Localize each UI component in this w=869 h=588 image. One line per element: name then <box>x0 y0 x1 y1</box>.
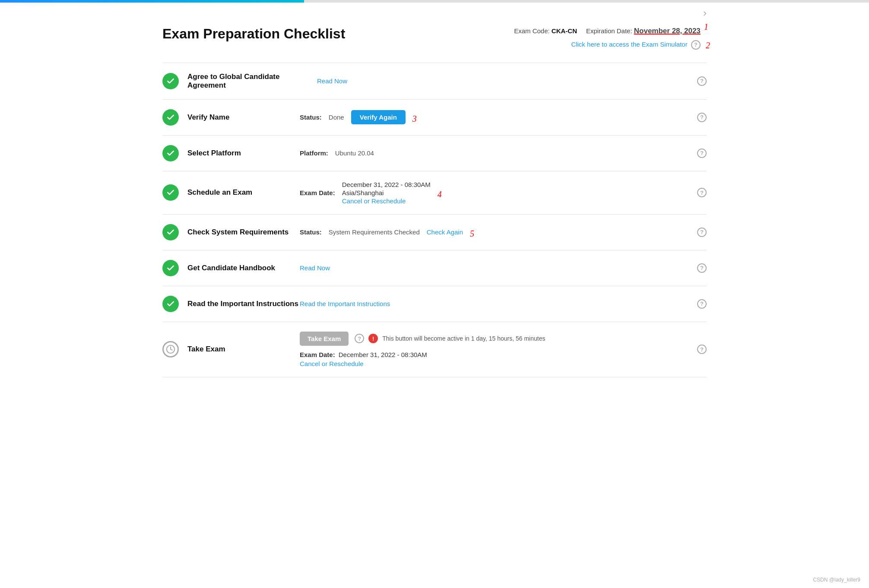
check-again-link[interactable]: Check Again <box>427 228 463 236</box>
simulator-help-icon[interactable]: ? <box>691 40 701 50</box>
schedule-exam-date-line1: December 31, 2022 - 08:30AM <box>342 181 431 188</box>
schedule-exam-date-line2: Asia/Shanghai <box>342 189 431 196</box>
take-exam-row: Take Exam ? ! This button will become ac… <box>300 332 545 367</box>
checklist-item-verify-name: Verify Name Status: Done Verify Again 3 … <box>162 100 707 136</box>
help-icon-agree[interactable]: ? <box>697 76 707 86</box>
checklist-item-instructions: Read the Important Instructions Read the… <box>162 286 707 322</box>
item-content-system: Status: System Requirements Checked Chec… <box>300 227 695 237</box>
annotation-1: 1 <box>704 22 708 32</box>
checklist: Agree to Global Candidate Agreement Read… <box>162 63 707 377</box>
take-exam-date-row: Exam Date: December 31, 2022 - 08:30AM <box>300 351 545 358</box>
check-icon-agree <box>162 73 179 89</box>
check-icon-system <box>162 224 179 240</box>
item-title-instructions: Read the Important Instructions <box>187 300 300 308</box>
item-title-agree: Agree to Global Candidate Agreement <box>187 73 317 90</box>
next-arrow-icon[interactable]: › <box>703 7 707 19</box>
verify-again-button[interactable]: Verify Again <box>351 110 406 124</box>
item-title-verify: Verify Name <box>187 113 300 122</box>
exam-code-label: Exam Code: <box>514 27 550 35</box>
expiration-label: Expiration Date: <box>586 27 632 35</box>
take-exam-date-label: Exam Date: <box>300 351 335 358</box>
help-icon-platform[interactable]: ? <box>697 149 707 158</box>
annotation-5: 5 <box>470 229 474 239</box>
agree-read-now-link[interactable]: Read Now <box>317 77 347 85</box>
platform-value: Ubuntu 20.04 <box>335 149 374 157</box>
annotation-4: 4 <box>438 190 442 199</box>
annotation-2: 2 <box>706 41 710 50</box>
item-content-handbook: Read Now <box>300 264 695 272</box>
item-title-platform: Select Platform <box>187 149 300 158</box>
item-title-handbook: Get Candidate Handbook <box>187 264 300 272</box>
item-help-agree: ? <box>695 76 707 86</box>
take-exam-date-value: December 31, 2022 - 08:30AM <box>339 351 427 358</box>
item-help-handbook: ? <box>695 263 707 273</box>
item-content-instructions: Read the Important Instructions <box>300 300 695 307</box>
item-help-system: ? <box>695 228 707 237</box>
item-content-platform: Platform: Ubuntu 20.04 <box>300 149 695 157</box>
help-icon-system[interactable]: ? <box>697 228 707 237</box>
system-status-value: System Requirements Checked <box>329 228 420 236</box>
help-icon-verify[interactable]: ? <box>697 113 707 122</box>
take-exam-top: Take Exam ? ! This button will become ac… <box>300 332 545 346</box>
help-icon-handbook[interactable]: ? <box>697 263 707 273</box>
checklist-item-system: Check System Requirements Status: System… <box>162 215 707 250</box>
platform-label: Platform: <box>300 149 328 157</box>
item-content-verify: Status: Done Verify Again 3 <box>300 110 695 124</box>
take-exam-cancel-link[interactable]: Cancel or Reschedule <box>300 360 545 367</box>
system-status-label: Status: <box>300 228 322 236</box>
schedule-exam-date-label: Exam Date: <box>300 189 335 196</box>
annotation-3: 3 <box>412 114 417 124</box>
item-title-take-exam: Take Exam <box>187 345 300 354</box>
verify-status-value: Done <box>329 114 344 121</box>
item-help-platform: ? <box>695 149 707 158</box>
check-icon-handbook <box>162 260 179 276</box>
help-icon-instructions[interactable]: ? <box>697 299 707 309</box>
verify-status-label: Status: <box>300 114 322 121</box>
take-exam-button[interactable]: Take Exam <box>300 332 349 346</box>
check-icon-verify <box>162 109 179 126</box>
schedule-cancel-link[interactable]: Cancel or Reschedule <box>342 197 431 205</box>
expiration-value: November 28, 2023 <box>634 27 701 35</box>
exam-code-value: CKA-CN <box>552 27 577 35</box>
check-icon-schedule <box>162 184 179 201</box>
exam-meta-row: Exam Code: CKA-CN Expiration Date: Novem… <box>514 25 707 35</box>
help-icon-schedule[interactable]: ? <box>697 188 707 197</box>
exam-simulator-link[interactable]: Click here to access the Exam Simulator <box>571 41 687 48</box>
instructions-link[interactable]: Read the Important Instructions <box>300 300 390 307</box>
checklist-item-take-exam: Take Exam Take Exam ? ! This button will… <box>162 322 707 377</box>
item-help-instructions: ? <box>695 299 707 309</box>
item-title-system: Check System Requirements <box>187 228 300 237</box>
handbook-read-now-link[interactable]: Read Now <box>300 264 330 272</box>
item-title-schedule: Schedule an Exam <box>187 188 300 197</box>
checklist-item-platform: Select Platform Platform: Ubuntu 20.04 ? <box>162 136 707 171</box>
item-help-take-exam: ? <box>695 345 707 354</box>
simulator-row: Click here to access the Exam Simulator … <box>571 39 707 50</box>
item-content-schedule: Exam Date: December 31, 2022 - 08:30AM A… <box>300 181 695 205</box>
take-exam-help-icon[interactable]: ? <box>355 334 364 343</box>
page-title: Exam Preparation Checklist <box>162 25 345 42</box>
checklist-item-schedule: Schedule an Exam Exam Date: December 31,… <box>162 171 707 215</box>
help-icon-take-exam[interactable]: ? <box>697 345 707 354</box>
take-exam-bottom: Exam Date: December 31, 2022 - 08:30AM C… <box>300 351 545 367</box>
checklist-item-agree: Agree to Global Candidate Agreement Read… <box>162 63 707 100</box>
top-nav: › <box>162 3 707 21</box>
clock-icon-take-exam <box>162 341 179 357</box>
item-content-agree: Read Now <box>317 77 695 85</box>
item-content-take-exam: Take Exam ? ! This button will become ac… <box>300 332 695 367</box>
header-section: Exam Preparation Checklist Exam Code: CK… <box>162 25 707 50</box>
item-help-verify: ? <box>695 113 707 122</box>
take-exam-warning-icon: ! <box>368 334 378 343</box>
checklist-item-handbook: Get Candidate Handbook Read Now ? <box>162 250 707 286</box>
check-icon-instructions <box>162 296 179 312</box>
header-right: Exam Code: CKA-CN Expiration Date: Novem… <box>514 25 707 50</box>
take-exam-active-text: This button will become active in 1 day,… <box>382 335 545 342</box>
schedule-exam-date-info: December 31, 2022 - 08:30AM Asia/Shangha… <box>342 181 431 205</box>
item-help-schedule: ? <box>695 188 707 197</box>
check-icon-platform <box>162 145 179 161</box>
